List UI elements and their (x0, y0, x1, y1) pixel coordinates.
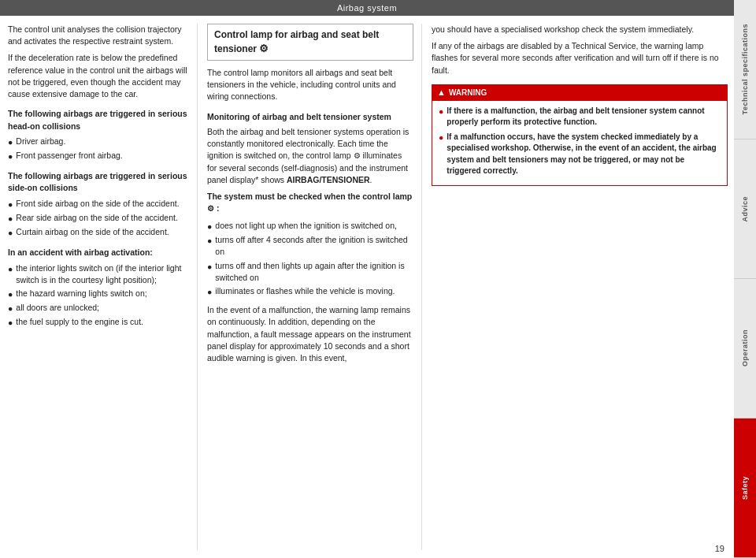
middle-intro: The control lamp monitors all airbags an… (207, 67, 413, 103)
sidebar-tab-advice[interactable]: Advice (734, 140, 756, 279)
malfunction-text: In the event of a malfunction, the warni… (207, 304, 413, 364)
list-item: ● Front side airbag on the side of the a… (8, 198, 189, 210)
section-title: Control lamp for airbag and seat belt te… (214, 28, 406, 56)
bullet-icon: ● (8, 151, 13, 162)
col-left: The control unit analyses the collision … (8, 24, 189, 550)
warning-label: WARNING (449, 87, 487, 99)
bullet-text: Front side airbag on the side of the acc… (16, 198, 179, 210)
bullet-text: Curtain airbag on the side of the accide… (16, 226, 169, 239)
warning-box: ▲ WARNING ● If there is a malfunction, t… (432, 84, 728, 186)
bullet-icon: ● (207, 261, 212, 284)
bullet-text: Rear side airbag on the side of the acci… (16, 212, 177, 225)
list-item: ● all doors are unlocked; (8, 302, 189, 314)
sidebar-tab-label-safety: Safety (741, 476, 749, 500)
monitoring-text: Both the airbag and belt tensioner syste… (207, 126, 413, 186)
col-right: you should have a specialised workshop c… (421, 24, 728, 550)
warning-text-1: If there is a malfunction, the airbag an… (447, 106, 721, 128)
continues-text: you should have a specialised workshop c… (432, 24, 728, 35)
header-title: Airbag system (337, 3, 397, 13)
intro-text: The control unit analyses the collision … (8, 24, 189, 47)
col-middle: Control lamp for airbag and seat belt te… (197, 24, 413, 550)
warning-bullet-1: ● If there is a malfunction, the airbag … (439, 106, 721, 128)
accident-heading: In an accident with airbag activation: (8, 247, 189, 259)
bullet-text: all doors are unlocked; (16, 302, 99, 314)
bullet-icon: ● (8, 303, 13, 314)
bullet-icon: ● (8, 317, 13, 329)
warning-bullet-dot-2: ● (439, 132, 443, 177)
list-item: ● turns off and then lights up again aft… (207, 260, 413, 284)
bullet-text: turns off after 4 seconds after the igni… (215, 234, 413, 258)
side-heading: The following airbags are triggered in s… (8, 170, 189, 194)
bullet-text: turns off and then lights up again after… (215, 260, 413, 284)
bullet-text: Driver airbag. (16, 136, 65, 148)
list-item: ● Curtain airbag on the side of the acci… (8, 226, 189, 239)
bullet-text: illuminates or flashes while the vehicle… (215, 285, 395, 298)
list-item: ● the fuel supply to the engine is cut. (8, 316, 189, 329)
list-item: ● illuminates or flashes while the vehic… (207, 285, 413, 298)
bullet-icon: ● (207, 235, 212, 258)
bullet-text: does not light up when the ignition is s… (215, 220, 397, 232)
bullet-icon: ● (8, 288, 13, 300)
header-bar: Airbag system (0, 0, 734, 16)
warning-triangle-icon: ▲ (437, 87, 446, 99)
main-content: Airbag system The control unit analyses … (0, 0, 734, 558)
section-title-box: Control lamp for airbag and seat belt te… (207, 24, 413, 61)
sidebar-tab-technical[interactable]: Technical specifications (734, 0, 756, 140)
bullet-text: Front passenger front airbag. (16, 150, 122, 162)
monitoring-heading: Monitoring of airbag and belt tensioner … (207, 111, 413, 123)
sidebar-tab-label-advice: Advice (741, 196, 749, 222)
bullet-icon: ● (8, 136, 13, 148)
deceleration-text: If the deceleration rate is below the pr… (8, 52, 189, 100)
bullet-icon: ● (207, 221, 212, 232)
list-item: ● Rear side airbag on the side of the ac… (8, 212, 189, 225)
list-item: ● Front passenger front airbag. (8, 150, 189, 162)
sidebar-tab-safety[interactable]: Safety (734, 418, 756, 558)
sidebar-tab-label-technical: Technical specifications (741, 24, 749, 114)
bullet-icon: ● (8, 213, 13, 225)
bullet-icon: ● (8, 199, 13, 210)
sidebar-tab-label-operation: Operation (741, 329, 749, 366)
list-item: ● Driver airbag. (8, 136, 189, 148)
bullet-text: the fuel supply to the engine is cut. (16, 316, 143, 329)
list-item: ● does not light up when the ignition is… (207, 220, 413, 232)
list-item: ● the hazard warning lights switch on; (8, 288, 189, 300)
list-item: ● turns off after 4 seconds after the ig… (207, 234, 413, 258)
warning-header: ▲ WARNING (432, 85, 727, 101)
bullet-icon: ● (8, 263, 13, 286)
head-on-heading: The following airbags are triggered in s… (8, 108, 189, 132)
bullet-text: the interior lights switch on (if the in… (16, 262, 189, 286)
sidebar-tab-operation[interactable]: Operation (734, 279, 756, 418)
system-check-heading: The system must be checked when the cont… (207, 191, 413, 215)
page-number: 19 (715, 544, 724, 553)
airbag-icon: ⚙ (259, 43, 269, 54)
warning-bullet-dot: ● (439, 106, 443, 128)
warning-bullet-2: ● If a malfunction occurs, have the syst… (439, 132, 721, 177)
bullet-text: the hazard warning lights switch on; (16, 288, 146, 300)
warning-text-2: If a malfunction occurs, have the system… (447, 132, 721, 177)
list-item: ● the interior lights switch on (if the … (8, 262, 189, 286)
bullet-icon: ● (207, 286, 212, 298)
sidebar: Technical specifications Advice Operatio… (734, 0, 756, 558)
content-area: The control unit analyses the collision … (0, 16, 734, 558)
disabled-text: If any of the airbags are disabled by a … (432, 40, 728, 76)
bullet-icon: ● (8, 227, 13, 239)
